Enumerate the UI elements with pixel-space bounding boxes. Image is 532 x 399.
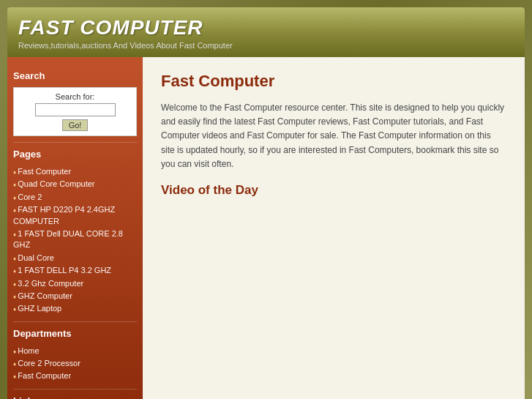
pages-link-7[interactable]: 3.2 Ghz Computer <box>18 279 83 288</box>
content-area: Fast Computer Welcome to the Fast Comput… <box>143 57 525 399</box>
pages-link-6[interactable]: 1 FAST DELL P4 3.2 GHZ <box>18 266 111 275</box>
departments-section-title: Departments <box>13 328 137 339</box>
pages-link-0[interactable]: Fast Computer <box>18 167 71 176</box>
list-item[interactable]: 1 FAST DELL P4 3.2 GHZ <box>13 264 137 277</box>
list-item[interactable]: Fast Computer <box>13 370 137 382</box>
search-section-title: Search <box>13 70 137 81</box>
site-subtitle: Reviews,tutorials,auctions And Videos Ab… <box>18 41 514 50</box>
divider-1 <box>13 142 137 143</box>
content-body: Welcome to the Fast Computer resource ce… <box>161 101 506 171</box>
site-header: FAST COMPUTER Reviews,tutorials,auctions… <box>7 7 525 57</box>
dept-link-1[interactable]: Core 2 Processor <box>18 359 80 368</box>
divider-3 <box>13 389 137 389</box>
list-item[interactable]: Dual Core <box>13 252 137 264</box>
search-label: Search for: <box>17 92 133 101</box>
search-input[interactable] <box>35 103 116 116</box>
list-item[interactable]: GHZ Computer <box>13 290 137 302</box>
pages-link-2[interactable]: Core 2 <box>18 193 42 201</box>
pages-list: Fast Computer Quad Core Computer Core 2 … <box>13 165 137 316</box>
list-item[interactable]: Quad Core Computer <box>13 178 137 190</box>
pages-link-9[interactable]: GHZ Laptop <box>18 304 61 313</box>
list-item[interactable]: Core 2 Processor <box>13 357 137 370</box>
pages-link-1[interactable]: Quad Core Computer <box>18 179 94 188</box>
list-item[interactable]: Home <box>13 345 137 357</box>
list-item[interactable]: Core 2 <box>13 191 137 204</box>
pages-link-4[interactable]: 1 FAST Dell DUAL CORE 2.8 GHZ <box>13 229 123 249</box>
search-button[interactable]: Go! <box>62 119 89 131</box>
video-section-title: Video of the Day <box>161 183 506 198</box>
departments-list: Home Core 2 Processor Fast Computer <box>13 345 137 383</box>
list-item[interactable]: 3.2 Ghz Computer <box>13 277 137 290</box>
divider-2 <box>13 321 137 322</box>
list-item[interactable]: Fast Computer <box>13 165 137 178</box>
main-container: Search Search for: Go! Pages Fast Comput… <box>7 57 525 399</box>
search-box: Search for: Go! <box>13 87 137 136</box>
dept-link-0[interactable]: Home <box>18 346 39 355</box>
list-item[interactable]: 1 FAST Dell DUAL CORE 2.8 GHZ <box>13 228 137 252</box>
pages-link-5[interactable]: Dual Core <box>18 253 54 262</box>
links-section-title: Links <box>13 395 137 399</box>
site-title: FAST COMPUTER <box>18 16 514 40</box>
pages-section-title: Pages <box>13 149 137 160</box>
sidebar: Search Search for: Go! Pages Fast Comput… <box>7 57 143 399</box>
pages-link-3[interactable]: FAST HP D220 P4 2.4GHZ COMPUTER <box>13 205 115 225</box>
list-item[interactable]: FAST HP D220 P4 2.4GHZ COMPUTER <box>13 204 137 228</box>
list-item[interactable]: GHZ Laptop <box>13 302 137 315</box>
dept-link-2[interactable]: Fast Computer <box>18 371 71 380</box>
pages-link-8[interactable]: GHZ Computer <box>18 291 72 300</box>
content-title: Fast Computer <box>161 72 506 91</box>
